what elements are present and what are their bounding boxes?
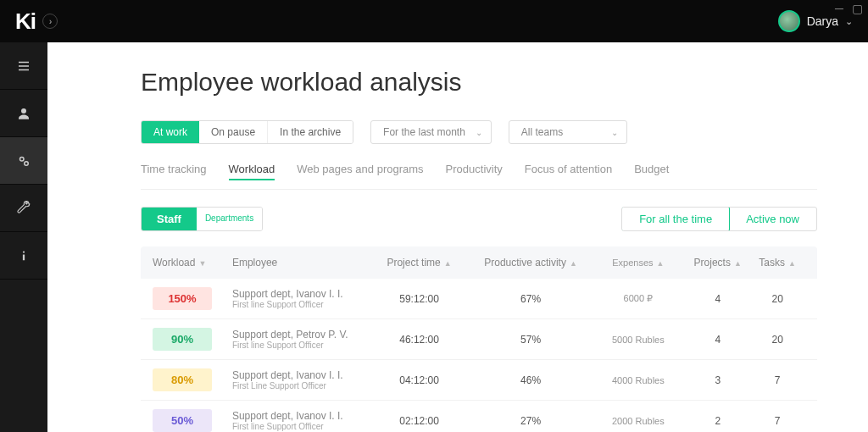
scope-all-time[interactable]: For all the time (621, 207, 730, 231)
app-root: Employee workload analysis At work On pa… (0, 0, 868, 432)
scope-active-now[interactable]: Active now (729, 208, 816, 230)
col-productive[interactable]: Productive activity▲ (471, 257, 591, 269)
tab-web-pages[interactable]: Web pages and programs (297, 163, 423, 180)
status-at-work[interactable]: At work (141, 120, 200, 144)
sub-tabs: Time tracking Workload Web pages and pro… (141, 163, 817, 190)
sidebar-item-info[interactable] (0, 232, 47, 280)
maximize-icon[interactable]: ▢ (852, 2, 863, 15)
period-label: For the last month (383, 126, 465, 138)
workload-badge: 90% (153, 328, 212, 351)
workload-table: Workload▼ Employee Project time▲ Product… (141, 246, 817, 432)
logo-chevron-icon[interactable]: › (42, 14, 58, 29)
expenses-cell: 5000 Rubles (590, 335, 686, 345)
sidebar-item-user[interactable] (0, 90, 47, 137)
project-time-cell: 02:12:00 (368, 415, 471, 427)
sidebar-item-tools[interactable] (0, 185, 47, 232)
tasks-cell: 20 (749, 334, 805, 346)
wrench-icon (16, 201, 31, 216)
projects-cell: 3 (686, 374, 749, 386)
table-row[interactable]: 50%Support dept, Ivanov I. I.First line … (141, 401, 817, 432)
time-scope-filter: For all the time Active now (621, 207, 817, 231)
team-dropdown[interactable]: All teams ⌄ (509, 120, 627, 144)
svg-point-6 (23, 251, 25, 252)
minimize-icon[interactable]: ─ (835, 2, 843, 15)
tasks-cell: 7 (749, 374, 805, 386)
status-filter: At work On pause In the archive (141, 120, 353, 144)
col-project-time[interactable]: Project time▲ (368, 257, 471, 269)
sidebar-item-settings[interactable] (0, 137, 47, 185)
col-projects[interactable]: Projects▲ (686, 257, 749, 269)
sort-asc-icon: ▲ (734, 259, 742, 268)
status-on-pause[interactable]: On pause (199, 121, 268, 143)
page-title: Employee workload analysis (141, 68, 817, 97)
col-expenses[interactable]: Expenses▲ (590, 258, 686, 268)
table-row[interactable]: 150%Support dept, Ivanov I. I.First line… (141, 279, 817, 319)
list-icon (16, 58, 31, 74)
svg-point-3 (21, 108, 26, 114)
sort-asc-icon: ▲ (788, 259, 796, 268)
svg-point-4 (20, 157, 25, 161)
tab-focus[interactable]: Focus of attention (525, 163, 612, 180)
period-dropdown[interactable]: For the last month ⌄ (370, 120, 492, 144)
svg-rect-2 (19, 69, 29, 70)
expenses-cell: 4000 Rubles (590, 375, 686, 385)
table-row[interactable]: 90%Support dept, Petrov P. V.First line … (141, 319, 817, 360)
employee-name: Support dept, Ivanov I. I. (232, 410, 368, 422)
col-tasks[interactable]: Tasks▲ (749, 257, 805, 269)
tab-budget[interactable]: Budget (634, 163, 669, 180)
view-staff[interactable]: Staff (142, 208, 197, 230)
col-employee[interactable]: Employee (232, 257, 368, 269)
table-header: Workload▼ Employee Project time▲ Product… (141, 246, 817, 279)
table-body: 150%Support dept, Ivanov I. I.First line… (141, 279, 817, 432)
view-filter: Staff Departments (141, 207, 263, 231)
project-time-cell: 59:12:00 (368, 293, 471, 305)
employee-name: Support dept, Ivanov I. I. (232, 288, 368, 300)
user-name: Darya (807, 14, 838, 28)
sort-asc-icon: ▲ (657, 259, 665, 268)
sort-asc-icon: ▲ (570, 259, 577, 268)
employee-role: First line Support Officer (232, 341, 368, 350)
projects-cell: 4 (686, 293, 749, 305)
user-icon (16, 106, 31, 121)
tab-time-tracking[interactable]: Time tracking (141, 163, 207, 180)
employee-name: Support dept, Ivanov I. I. (232, 369, 368, 381)
employee-role: First line Support Officer (232, 422, 368, 431)
productive-cell: 27% (471, 415, 591, 427)
gears-icon (16, 153, 31, 169)
svg-point-5 (25, 161, 29, 165)
logo-text: Ki (15, 8, 36, 35)
productive-cell: 67% (471, 293, 591, 305)
workload-badge: 50% (153, 409, 212, 432)
tab-productivity[interactable]: Productivity (446, 163, 503, 180)
workload-badge: 150% (153, 287, 212, 310)
sidebar-item-list[interactable] (0, 42, 47, 90)
status-archive[interactable]: In the archive (268, 121, 353, 143)
sort-asc-icon: ▲ (444, 259, 452, 268)
top-header: Ki › Darya ⌄ (0, 0, 868, 42)
view-departments[interactable]: Departments (196, 207, 263, 231)
tasks-cell: 20 (749, 293, 805, 305)
svg-rect-1 (19, 65, 29, 67)
workload-badge: 80% (153, 368, 212, 391)
project-time-cell: 46:12:00 (368, 334, 471, 346)
info-icon (16, 248, 31, 263)
svg-rect-7 (23, 254, 25, 260)
productive-cell: 46% (471, 374, 591, 386)
app-logo: Ki › (0, 8, 58, 35)
col-workload[interactable]: Workload▼ (153, 257, 232, 269)
table-row[interactable]: 80%Support dept, Ivanov I. I.First Line … (141, 360, 817, 401)
tab-workload[interactable]: Workload (229, 163, 275, 180)
expenses-cell: 2000 Rubles (590, 416, 686, 426)
main-content: Employee workload analysis At work On pa… (47, 0, 868, 432)
filter-row: At work On pause In the archive For the … (141, 120, 817, 144)
sort-desc-icon: ▼ (198, 259, 206, 268)
sidebar (0, 0, 47, 432)
projects-cell: 4 (686, 334, 749, 346)
project-time-cell: 04:12:00 (368, 374, 471, 386)
projects-cell: 2 (686, 415, 749, 427)
expenses-cell: 6000 ₽ (590, 293, 686, 304)
secondary-filters: Staff Departments For all the time Activ… (141, 207, 817, 231)
tasks-cell: 7 (749, 415, 805, 427)
svg-rect-0 (19, 61, 29, 63)
employee-name: Support dept, Petrov P. V. (232, 329, 368, 341)
